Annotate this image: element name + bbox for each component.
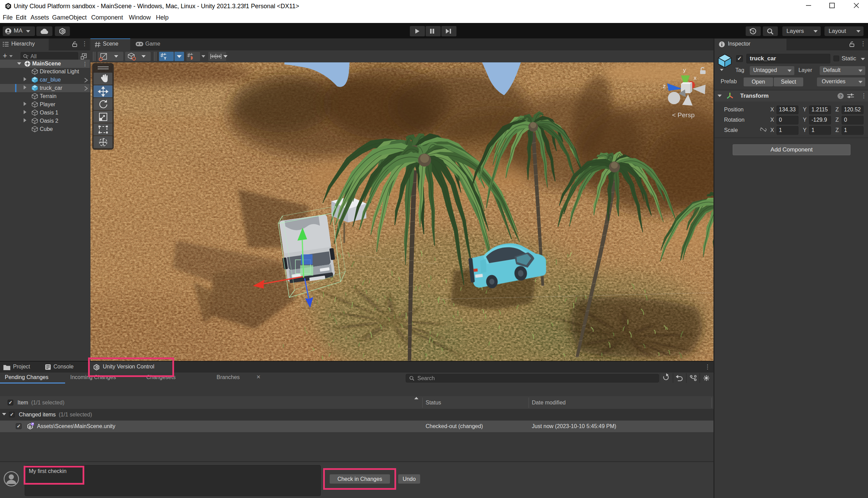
svg-text:x: x: [694, 75, 697, 81]
svg-text:< Persp: < Persp: [672, 111, 695, 119]
svg-text:Y: Y: [164, 56, 167, 60]
svg-text:y: y: [683, 67, 686, 73]
svg-text:z: z: [663, 83, 666, 89]
svg-text:?: ?: [839, 94, 842, 99]
